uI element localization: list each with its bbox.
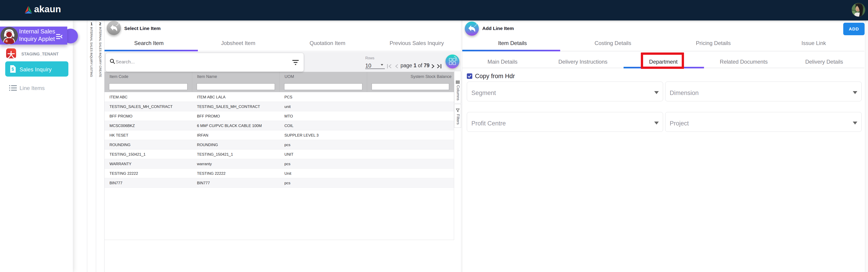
svg-text:$: $ [11,67,14,71]
svg-text:fi: fi [6,39,7,43]
